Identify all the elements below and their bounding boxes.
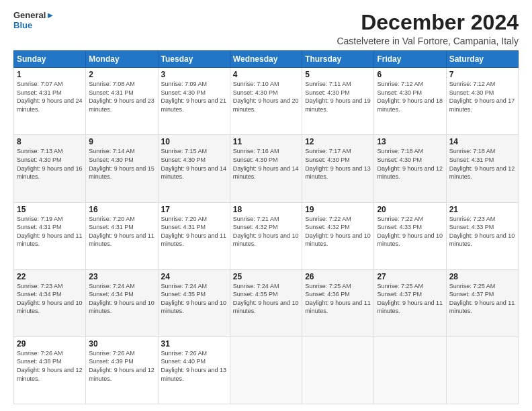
calendar-week-3: 22Sunrise: 7:23 AMSunset: 4:34 PMDayligh… <box>14 269 519 336</box>
table-row: 4Sunrise: 7:10 AMSunset: 4:30 PMDaylight… <box>230 68 302 135</box>
table-row: 6Sunrise: 7:12 AMSunset: 4:30 PMDaylight… <box>374 68 446 135</box>
day-number: 13 <box>377 137 443 146</box>
calendar-week-4: 29Sunrise: 7:26 AMSunset: 4:38 PMDayligh… <box>14 336 519 404</box>
table-row: 30Sunrise: 7:26 AMSunset: 4:39 PMDayligh… <box>86 336 158 404</box>
day-info: Sunrise: 7:18 AMSunset: 4:31 PMDaylight:… <box>449 147 515 181</box>
day-info: Sunrise: 7:12 AMSunset: 4:30 PMDaylight:… <box>449 80 515 113</box>
table-row: 25Sunrise: 7:24 AMSunset: 4:35 PMDayligh… <box>230 269 302 336</box>
col-monday: Monday <box>86 51 158 68</box>
table-row: 5Sunrise: 7:11 AMSunset: 4:30 PMDaylight… <box>302 68 374 135</box>
table-row <box>230 336 302 404</box>
day-info: Sunrise: 7:19 AMSunset: 4:31 PMDaylight:… <box>17 215 83 248</box>
table-row: 16Sunrise: 7:20 AMSunset: 4:31 PMDayligh… <box>86 202 158 269</box>
logo: General► Blue <box>13 11 54 31</box>
table-row: 28Sunrise: 7:25 AMSunset: 4:37 PMDayligh… <box>446 269 518 336</box>
day-number: 4 <box>233 70 299 79</box>
day-number: 22 <box>17 272 83 281</box>
table-row <box>374 336 446 404</box>
day-number: 15 <box>17 205 83 214</box>
col-thursday: Thursday <box>302 51 374 68</box>
day-number: 21 <box>449 205 515 214</box>
day-number: 12 <box>305 137 371 146</box>
table-row: 9Sunrise: 7:14 AMSunset: 4:30 PMDaylight… <box>86 135 158 202</box>
day-info: Sunrise: 7:13 AMSunset: 4:30 PMDaylight:… <box>17 147 83 181</box>
day-info: Sunrise: 7:18 AMSunset: 4:30 PMDaylight:… <box>377 147 443 181</box>
day-number: 16 <box>89 205 154 214</box>
calendar-week-1: 8Sunrise: 7:13 AMSunset: 4:30 PMDaylight… <box>14 135 519 202</box>
table-row: 3Sunrise: 7:09 AMSunset: 4:30 PMDaylight… <box>158 68 230 135</box>
day-number: 30 <box>89 339 154 349</box>
day-number: 10 <box>161 137 227 146</box>
day-info: Sunrise: 7:16 AMSunset: 4:30 PMDaylight:… <box>233 147 299 181</box>
day-info: Sunrise: 7:10 AMSunset: 4:30 PMDaylight:… <box>233 80 299 113</box>
table-row: 15Sunrise: 7:19 AMSunset: 4:31 PMDayligh… <box>14 202 86 269</box>
col-sunday: Sunday <box>14 51 86 68</box>
day-number: 29 <box>17 339 83 349</box>
page: General► Blue December 2024 Castelvetere… <box>0 0 532 411</box>
table-row <box>302 336 374 404</box>
table-row: 31Sunrise: 7:26 AMSunset: 4:40 PMDayligh… <box>158 336 230 404</box>
table-row: 14Sunrise: 7:18 AMSunset: 4:31 PMDayligh… <box>446 135 518 202</box>
table-row: 11Sunrise: 7:16 AMSunset: 4:30 PMDayligh… <box>230 135 302 202</box>
day-number: 23 <box>89 272 154 281</box>
day-info: Sunrise: 7:11 AMSunset: 4:30 PMDaylight:… <box>305 80 371 113</box>
day-info: Sunrise: 7:14 AMSunset: 4:30 PMDaylight:… <box>89 147 154 181</box>
day-info: Sunrise: 7:17 AMSunset: 4:30 PMDaylight:… <box>305 147 371 181</box>
day-info: Sunrise: 7:26 AMSunset: 4:39 PMDaylight:… <box>89 349 154 383</box>
day-number: 18 <box>233 205 299 214</box>
col-saturday: Saturday <box>446 51 518 68</box>
table-row: 10Sunrise: 7:15 AMSunset: 4:30 PMDayligh… <box>158 135 230 202</box>
day-info: Sunrise: 7:26 AMSunset: 4:40 PMDaylight:… <box>161 349 227 383</box>
table-row: 18Sunrise: 7:21 AMSunset: 4:32 PMDayligh… <box>230 202 302 269</box>
day-number: 25 <box>233 272 299 281</box>
day-info: Sunrise: 7:15 AMSunset: 4:30 PMDaylight:… <box>161 147 227 181</box>
day-info: Sunrise: 7:07 AMSunset: 4:31 PMDaylight:… <box>17 80 83 113</box>
table-row: 27Sunrise: 7:25 AMSunset: 4:37 PMDayligh… <box>374 269 446 336</box>
day-info: Sunrise: 7:21 AMSunset: 4:32 PMDaylight:… <box>233 215 299 248</box>
day-number: 5 <box>305 70 371 79</box>
day-info: Sunrise: 7:08 AMSunset: 4:31 PMDaylight:… <box>89 80 154 113</box>
table-row: 22Sunrise: 7:23 AMSunset: 4:34 PMDayligh… <box>14 269 86 336</box>
day-info: Sunrise: 7:09 AMSunset: 4:30 PMDaylight:… <box>161 80 227 113</box>
table-row: 1Sunrise: 7:07 AMSunset: 4:31 PMDaylight… <box>14 68 86 135</box>
col-wednesday: Wednesday <box>230 51 302 68</box>
day-number: 6 <box>377 70 443 79</box>
day-number: 19 <box>305 205 371 214</box>
header: General► Blue December 2024 Castelvetere… <box>13 11 519 46</box>
day-info: Sunrise: 7:23 AMSunset: 4:34 PMDaylight:… <box>17 282 83 316</box>
day-info: Sunrise: 7:25 AMSunset: 4:37 PMDaylight:… <box>377 282 443 316</box>
col-friday: Friday <box>374 51 446 68</box>
calendar-table: Sunday Monday Tuesday Wednesday Thursday… <box>13 50 519 404</box>
table-row: 8Sunrise: 7:13 AMSunset: 4:30 PMDaylight… <box>14 135 86 202</box>
title-block: December 2024 Castelvetere in Val Fortor… <box>337 11 519 46</box>
day-number: 24 <box>161 272 227 281</box>
main-title: December 2024 <box>337 11 519 34</box>
table-row: 19Sunrise: 7:22 AMSunset: 4:32 PMDayligh… <box>302 202 374 269</box>
calendar-week-0: 1Sunrise: 7:07 AMSunset: 4:31 PMDaylight… <box>14 68 519 135</box>
day-info: Sunrise: 7:12 AMSunset: 4:30 PMDaylight:… <box>377 80 443 113</box>
table-row: 13Sunrise: 7:18 AMSunset: 4:30 PMDayligh… <box>374 135 446 202</box>
day-number: 3 <box>161 70 227 79</box>
day-number: 9 <box>89 137 154 146</box>
day-number: 7 <box>449 70 515 79</box>
calendar-week-2: 15Sunrise: 7:19 AMSunset: 4:31 PMDayligh… <box>14 202 519 269</box>
day-info: Sunrise: 7:25 AMSunset: 4:36 PMDaylight:… <box>305 282 371 316</box>
day-info: Sunrise: 7:24 AMSunset: 4:34 PMDaylight:… <box>89 282 154 316</box>
day-number: 1 <box>17 70 83 79</box>
day-number: 8 <box>17 137 83 146</box>
day-number: 20 <box>377 205 443 214</box>
day-info: Sunrise: 7:24 AMSunset: 4:35 PMDaylight:… <box>161 282 227 316</box>
day-info: Sunrise: 7:25 AMSunset: 4:37 PMDaylight:… <box>449 282 515 316</box>
table-row: 20Sunrise: 7:22 AMSunset: 4:33 PMDayligh… <box>374 202 446 269</box>
day-number: 28 <box>449 272 515 281</box>
table-row: 2Sunrise: 7:08 AMSunset: 4:31 PMDaylight… <box>86 68 158 135</box>
table-row: 23Sunrise: 7:24 AMSunset: 4:34 PMDayligh… <box>86 269 158 336</box>
table-row <box>446 336 518 404</box>
table-row: 7Sunrise: 7:12 AMSunset: 4:30 PMDaylight… <box>446 68 518 135</box>
calendar-header-row: Sunday Monday Tuesday Wednesday Thursday… <box>14 51 519 68</box>
day-info: Sunrise: 7:20 AMSunset: 4:31 PMDaylight:… <box>89 215 154 248</box>
col-tuesday: Tuesday <box>158 51 230 68</box>
day-number: 31 <box>161 339 227 349</box>
table-row: 29Sunrise: 7:26 AMSunset: 4:38 PMDayligh… <box>14 336 86 404</box>
table-row: 21Sunrise: 7:23 AMSunset: 4:33 PMDayligh… <box>446 202 518 269</box>
